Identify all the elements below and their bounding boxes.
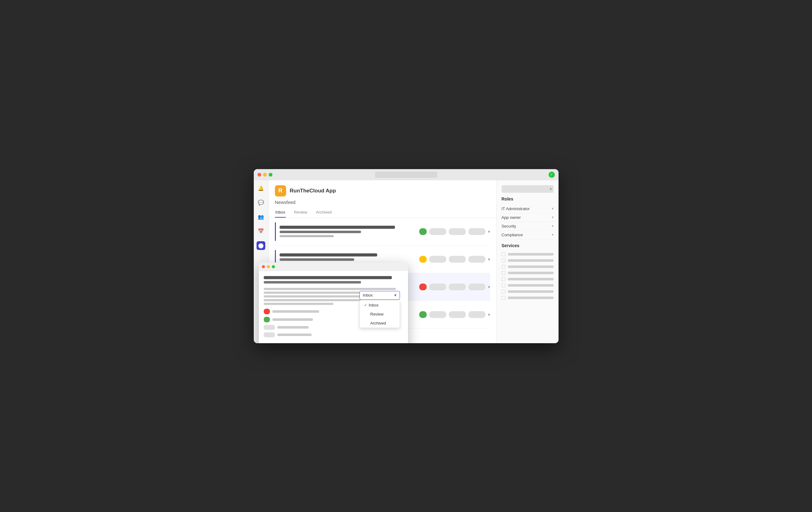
action-pill[interactable] [449,283,466,290]
sidebar-icon-bell[interactable]: 🔔 [257,184,265,193]
overlay-close-button[interactable] [262,265,265,268]
role-label: Security [502,224,516,229]
role-item-app-owner[interactable]: App owner ▾ [502,213,554,222]
role-item-security[interactable]: Security ▾ [502,222,554,231]
feed-item: ▾ [275,218,490,246]
dropdown-item-inbox[interactable]: ✓ Inbox [360,301,400,310]
right-panel: ▾ Roles IT Administrator ▾ App owner ▾ S… [496,180,558,343]
service-checkbox[interactable] [502,277,505,281]
service-label [508,266,554,268]
overlay-label-bar [272,310,319,313]
action-pill[interactable] [449,311,466,318]
action-pill[interactable] [449,256,466,263]
service-row [502,264,554,270]
app-header: R RunTheCloud App [269,180,496,199]
overlay-subtitle-line [264,281,361,283]
overlay-text-line [264,295,375,298]
service-row [502,289,554,295]
window-titlebar: ✓ [254,169,558,180]
service-row [502,270,554,276]
sidebar-icon-calendar[interactable]: 📅 [257,227,265,236]
service-checkbox[interactable] [502,271,505,275]
tabs: Inbox Review Archived [269,207,496,218]
overlay-text-line [264,288,396,290]
action-pill[interactable] [468,283,486,290]
action-pill[interactable] [449,228,466,235]
services-section: Services [502,243,554,301]
chevron-down-icon[interactable]: ▾ [552,233,554,237]
overlay-body: Inbox ▾ ✓ Inbox Review Archived [259,271,408,343]
chevron-down-icon[interactable]: ▾ [552,224,554,228]
service-checkbox[interactable] [502,252,505,256]
feed-item-actions: ▾ [419,311,490,318]
sidebar-icon-users[interactable]: 👥 [257,213,265,221]
action-pill[interactable] [429,311,446,318]
traffic-lights [258,173,272,177]
minimize-button[interactable] [263,173,267,177]
roles-section-title: Roles [502,197,554,202]
tab-inbox[interactable]: Inbox [275,207,286,218]
feed-item-actions: ▾ [419,228,490,235]
feed-item-bar [275,222,276,241]
action-pill[interactable] [468,256,486,263]
chevron-down-icon[interactable]: ▾ [552,215,554,219]
service-row [502,258,554,264]
chevron-down-icon[interactable]: ▾ [488,284,490,290]
dropdown-item-archived[interactable]: Archived [360,319,400,328]
overlay-label-bar [272,318,313,321]
role-item-compliance[interactable]: Compliance ▾ [502,231,554,239]
chevron-down-icon[interactable]: ▾ [550,187,552,191]
sidebar-icon-chat[interactable]: 💬 [257,198,265,207]
service-checkbox[interactable] [502,296,505,300]
app-title: RunTheCloud App [290,188,336,194]
overlay-label-bar [278,326,309,329]
service-checkbox[interactable] [502,290,505,294]
service-label [508,272,554,274]
dropdown-item-review[interactable]: Review [360,310,400,319]
action-pill[interactable] [468,311,486,318]
chevron-down-icon[interactable]: ▾ [488,229,490,234]
overlay-small-badge [264,325,275,330]
maximize-button[interactable] [269,173,272,177]
role-label: Compliance [502,233,523,237]
tab-archived[interactable]: Archived [315,207,332,218]
checkmark-icon: ✓ [364,303,367,307]
chevron-down-icon[interactable]: ▾ [488,312,490,317]
service-row [502,295,554,301]
status-badge-red [419,283,427,290]
service-row [502,251,554,258]
main-window: ✓ 🔔 💬 👥 📅 ⬤ ··· R RunTheCloud App Newsfe… [254,169,558,343]
action-pill[interactable] [429,256,446,263]
titlebar-checkmark: ✓ [549,172,555,178]
dropdown-chevron-icon: ▾ [394,293,397,298]
overlay-minimize-button[interactable] [267,265,270,268]
service-row [502,282,554,289]
status-badge-green [419,311,427,318]
chevron-down-icon[interactable]: ▾ [552,206,554,211]
overlay-maximize-button[interactable] [272,265,275,268]
service-checkbox[interactable] [502,265,505,269]
close-button[interactable] [258,173,261,177]
feed-line [280,226,395,229]
sidebar-icon-active[interactable]: ⬤ [257,241,265,250]
tab-review[interactable]: Review [293,207,308,218]
service-label [508,253,554,255]
feed-item-actions: ▾ [419,283,490,290]
service-checkbox[interactable] [502,259,505,262]
action-pill[interactable] [429,283,446,290]
feed-line [280,231,361,233]
status-badge-green [419,228,427,235]
service-checkbox[interactable] [502,283,505,287]
chevron-down-icon[interactable]: ▾ [488,257,490,262]
feed-line [280,253,378,257]
overlay-badge-row-4 [264,332,403,337]
action-pill[interactable] [468,228,486,235]
role-item-it-admin[interactable]: IT Administrator ▾ [502,205,554,213]
overlay-text-line [264,299,361,301]
action-pill[interactable] [429,228,446,235]
overlay-window: Inbox ▾ ✓ Inbox Review Archived [259,262,408,343]
dropdown-trigger[interactable]: Inbox ▾ [359,291,400,300]
status-badge-yellow [419,256,427,263]
overlay-titlebar [259,262,408,271]
dropdown-menu: ✓ Inbox Review Archived [359,300,400,328]
